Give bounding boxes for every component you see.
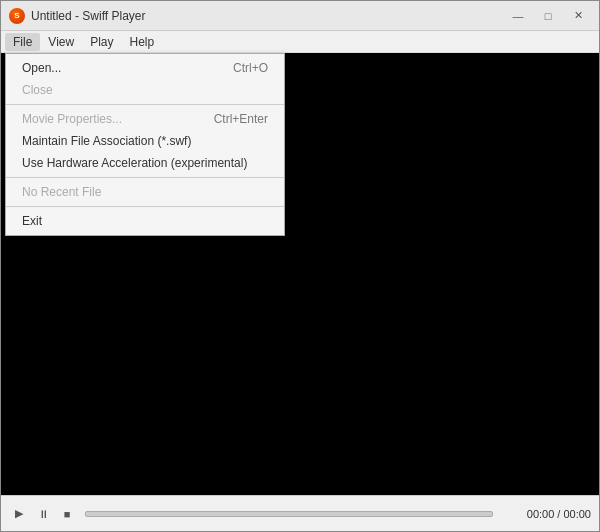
menu-maintain-file-assoc-label: Maintain File Association (*.swf) <box>22 134 191 148</box>
menu-movie-properties-shortcut: Ctrl+Enter <box>214 112 268 126</box>
pause-icon: ⏸ <box>38 508 49 520</box>
menu-maintain-file-assoc[interactable]: Maintain File Association (*.swf) <box>6 130 284 152</box>
menu-no-recent: No Recent File <box>6 181 284 203</box>
menu-bar: File View Play Help Open... Ctrl+O Close… <box>1 31 599 53</box>
separator-2 <box>6 177 284 178</box>
close-button[interactable]: ✕ <box>565 6 591 26</box>
menu-item-help[interactable]: Help <box>121 33 162 51</box>
stop-icon: ■ <box>64 508 71 520</box>
title-bar: S Untitled - Swiff Player — □ ✕ <box>1 1 599 31</box>
menu-open-label: Open... <box>22 61 61 75</box>
time-display: 00:00 / 00:00 <box>501 508 591 520</box>
play-icon: ▶ <box>15 507 23 520</box>
menu-item-play[interactable]: Play <box>82 33 121 51</box>
window-title: Untitled - Swiff Player <box>31 9 146 23</box>
menu-hardware-accel-label: Use Hardware Acceleration (experimental) <box>22 156 247 170</box>
menu-movie-properties-label: Movie Properties... <box>22 112 122 126</box>
app-icon: S <box>9 8 25 24</box>
stop-button[interactable]: ■ <box>57 504 77 524</box>
menu-exit-label: Exit <box>22 214 42 228</box>
play-button[interactable]: ▶ <box>9 504 29 524</box>
separator-1 <box>6 104 284 105</box>
main-window: S Untitled - Swiff Player — □ ✕ File Vie… <box>0 0 600 532</box>
menu-open[interactable]: Open... Ctrl+O <box>6 57 284 79</box>
menu-hardware-accel[interactable]: Use Hardware Acceleration (experimental) <box>6 152 284 174</box>
maximize-button[interactable]: □ <box>535 6 561 26</box>
progress-bar-container[interactable] <box>85 511 493 517</box>
menu-close[interactable]: Close <box>6 79 284 101</box>
bottom-bar: ▶ ⏸ ■ 00:00 / 00:00 <box>1 495 599 531</box>
menu-open-shortcut: Ctrl+O <box>233 61 268 75</box>
menu-movie-properties[interactable]: Movie Properties... Ctrl+Enter <box>6 108 284 130</box>
title-bar-left: S Untitled - Swiff Player <box>9 8 146 24</box>
separator-3 <box>6 206 284 207</box>
menu-item-view[interactable]: View <box>40 33 82 51</box>
window-controls: — □ ✕ <box>505 6 591 26</box>
pause-button[interactable]: ⏸ <box>33 504 53 524</box>
file-dropdown-menu: Open... Ctrl+O Close Movie Properties...… <box>5 53 285 236</box>
minimize-button[interactable]: — <box>505 6 531 26</box>
menu-no-recent-label: No Recent File <box>22 185 101 199</box>
menu-exit[interactable]: Exit <box>6 210 284 232</box>
menu-item-file[interactable]: File <box>5 33 40 51</box>
menu-close-label: Close <box>22 83 53 97</box>
